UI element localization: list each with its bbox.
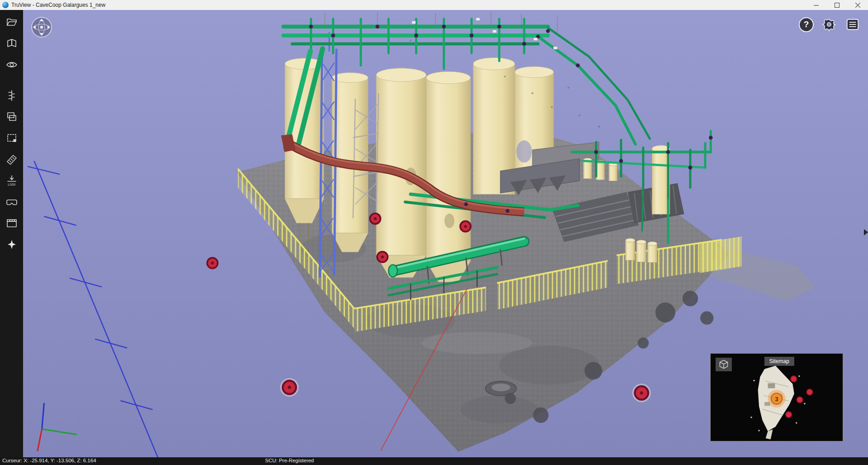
view-modes-button[interactable] (4, 36, 20, 51)
orbit-ball-icon (30, 16, 53, 38)
close-button[interactable] (847, 0, 868, 10)
perspective-views-icon (6, 38, 18, 49)
sitemap-active-scan[interactable]: 3 (768, 390, 786, 407)
vr-headset-icon (6, 196, 18, 208)
sitemap-mode-button[interactable] (716, 358, 732, 371)
level-staff-icon (6, 90, 18, 101)
active-scan-number: 3 (775, 396, 778, 403)
viewpoint-list-icon (845, 17, 860, 32)
open-folder-icon (6, 16, 18, 28)
snapshot-button[interactable] (4, 237, 20, 252)
maximize-icon (835, 3, 840, 8)
scan-marker[interactable] (207, 258, 218, 268)
maximize-button[interactable] (826, 0, 847, 10)
main-area: LGSX (0, 10, 868, 457)
floor-plans-button[interactable] (4, 109, 20, 125)
vr-mode-button[interactable] (4, 194, 20, 210)
scan-marker[interactable] (460, 221, 470, 231)
right-panel-toggle[interactable] (864, 229, 868, 235)
3d-viewport[interactable]: ? (23, 10, 868, 457)
visibility-button[interactable] (4, 57, 20, 72)
orbit-nav-control[interactable] (30, 16, 53, 38)
clapperboard-icon (6, 217, 18, 229)
minimize-button[interactable] (806, 0, 826, 10)
app-window: TruView - CaveCoop Galargues 1_new (0, 0, 868, 465)
cursor-coordinates: Curseur: X: -25.914, Y: -13.506, Z: 6.16… (2, 458, 96, 463)
stacked-plans-icon (6, 111, 18, 123)
lgsx-download-icon: LGSX (6, 175, 18, 187)
close-icon (855, 3, 860, 8)
measure-button[interactable] (4, 152, 20, 167)
sparkle-icon (6, 239, 18, 250)
titlebar: TruView - CaveCoop Galargues 1_new (0, 0, 868, 10)
settings-button[interactable] (821, 16, 837, 33)
viewpoints-button[interactable] (844, 16, 861, 33)
clipping-button[interactable] (4, 216, 20, 231)
statusbar: Curseur: X: -25.914, Y: -13.506, Z: 6.16… (0, 457, 868, 465)
scan-marker[interactable] (370, 213, 380, 224)
gear-icon (821, 17, 837, 32)
open-project-button[interactable] (4, 14, 20, 30)
lgsx-label: LGSX (8, 183, 16, 186)
lgsx-export-button[interactable]: LGSX (4, 173, 20, 188)
eye-icon (6, 59, 18, 71)
window-controls (806, 0, 868, 10)
scan-marker[interactable] (281, 379, 298, 396)
app-logo-icon (2, 2, 9, 8)
cube-icon (718, 359, 730, 370)
scan-marker[interactable] (633, 384, 650, 402)
alignment-button[interactable] (4, 88, 20, 103)
scu-status: SCU: Pre-Registered (265, 458, 314, 463)
scan-marker[interactable] (377, 252, 388, 262)
ruler-icon (6, 153, 18, 165)
sitemap-panel: 3 Sitemap (710, 353, 843, 441)
sitemap-title: Sitemap (764, 357, 794, 366)
window-title: TruView - CaveCoop Galargues 1_new (11, 2, 105, 8)
selection-box-icon (6, 132, 18, 144)
help-button[interactable]: ? (799, 17, 814, 32)
viewport-toolbar: ? (799, 16, 861, 33)
help-label: ? (804, 19, 809, 29)
left-toolbar: LGSX (0, 10, 23, 457)
minimize-icon (814, 3, 819, 8)
selection-button[interactable] (4, 130, 20, 146)
